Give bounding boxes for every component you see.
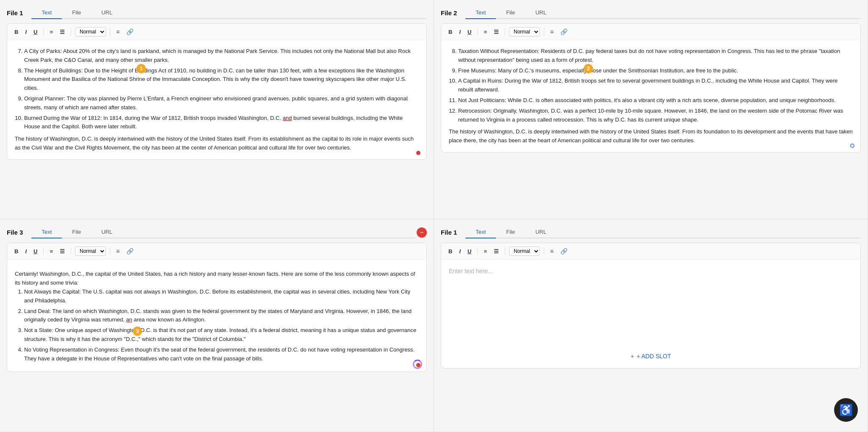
sep1-file2-top	[477, 28, 478, 36]
ol-btn-file1-bottom[interactable]: ≡	[481, 247, 489, 256]
list-item: Not Always the Capital: The U.S. capital…	[24, 288, 419, 305]
tab-bar-file2-top: Text File URL	[465, 7, 861, 19]
placeholder-file1-bottom: Enter text here...	[449, 268, 493, 274]
sep1-file3	[43, 247, 44, 255]
intro-file3: Certainly! Washington, D.C., the capital…	[15, 270, 419, 288]
italic-btn-file1-bottom[interactable]: I	[457, 247, 463, 256]
format-select-file1-bottom[interactable]: Normal	[509, 246, 540, 256]
ol-btn-file2-top[interactable]: ≡	[481, 28, 489, 36]
tab-url-file2-top[interactable]: URL	[525, 7, 556, 19]
accessibility-button[interactable]: ♿	[834, 398, 858, 422]
list-item: Taxation Without Representation: Residen…	[458, 47, 853, 65]
panel-file3-bottom: File 3 Text File URL − B I U ≡ ☰ Normal	[0, 219, 434, 432]
align-icon-file3[interactable]: ≡	[114, 246, 122, 256]
underline-btn-file2-top[interactable]: U	[465, 28, 473, 36]
list-item: Burned During the War of 1812: In 1814, …	[24, 114, 419, 132]
italic-btn-file3[interactable]: I	[23, 247, 29, 256]
underline-btn-file3[interactable]: U	[31, 247, 39, 256]
align-icon-file2-top[interactable]: ≡	[548, 27, 556, 36]
list-file2-top: Taxation Without Representation: Residen…	[449, 47, 853, 124]
main-layout: File 1 Text File URL B I U ≡ ☰ Normal ≡	[0, 0, 868, 432]
underline-btn-file1-top[interactable]: U	[31, 28, 39, 36]
add-slot-button[interactable]: + + ADD SLOT	[441, 344, 860, 368]
ul-btn-file2-top[interactable]: ☰	[492, 28, 501, 36]
list-item: Land Deal: The land on which Washington,…	[24, 307, 419, 325]
editor-file1-bottom: B I U ≡ ☰ Normal ≡ 🔗 Enter text here... …	[441, 243, 861, 368]
badge-1: 1	[136, 64, 146, 73]
format-select-file3[interactable]: Normal	[75, 246, 106, 256]
tab-file-file1-top[interactable]: File	[62, 7, 91, 19]
panel-file2-top: File 2 Text File URL B I U ≡ ☰ Normal ≡	[434, 0, 868, 219]
tab-text-file1-bottom[interactable]: Text	[465, 226, 496, 238]
sep2-file3	[71, 247, 71, 255]
ol-btn-file3[interactable]: ≡	[47, 247, 55, 256]
tab-file-file2-top[interactable]: File	[496, 7, 525, 19]
tab-url-file1-bottom[interactable]: URL	[525, 226, 556, 238]
editor-file1-top: B I U ≡ ☰ Normal ≡ 🔗 1 A City of Parks: …	[7, 23, 427, 160]
sep3-file2-top	[544, 28, 544, 36]
toolbar-file1-top: B I U ≡ ☰ Normal ≡ 🔗	[7, 24, 426, 40]
blue-link-icon-file2	[850, 144, 854, 148]
list-item: The Height of Buildings: Due to the Heig…	[24, 66, 419, 93]
paragraph-file1-top: The history of Washington, D.C. is deepl…	[15, 135, 419, 152]
tab-file-file1-bottom[interactable]: File	[496, 226, 525, 238]
panel-title-file1-top: File 1	[7, 9, 23, 17]
bold-btn-file1-bottom[interactable]: B	[446, 247, 454, 256]
ul-btn-file1-bottom[interactable]: ☰	[492, 247, 501, 256]
panel-header-file1-bottom: File 1 Text File URL	[441, 226, 861, 238]
link-icon-file3[interactable]: 🔗	[124, 246, 136, 256]
list-item: A Capital in Ruins: During the War of 18…	[458, 77, 853, 94]
panel-file1-top: File 1 Text File URL B I U ≡ ☰ Normal ≡	[0, 0, 434, 219]
add-slot-label: + ADD SLOT	[637, 353, 671, 360]
list-item: Retrocession: Originally, Washington, D.…	[458, 107, 853, 125]
tab-bar-file1-bottom: Text File URL	[465, 226, 861, 238]
list-file3-bottom: Not Always the Capital: The U.S. capital…	[15, 288, 419, 363]
tab-text-file2-top[interactable]: Text	[465, 7, 496, 19]
link-icon-file1-bottom[interactable]: 🔗	[558, 246, 570, 256]
italic-btn-file1-top[interactable]: I	[23, 28, 29, 36]
format-select-file2-top[interactable]: Normal	[509, 27, 540, 36]
content-file2-top[interactable]: 2 Taxation Without Representation: Resid…	[441, 40, 860, 152]
tab-url-file3-bottom[interactable]: URL	[91, 226, 122, 238]
sep1-file1-bottom	[477, 247, 478, 255]
link-icon-file1-top[interactable]: 🔗	[124, 27, 136, 36]
sep2-file2-top	[505, 28, 505, 36]
bold-btn-file2-top[interactable]: B	[446, 28, 454, 36]
panel-file1-bottom: File 1 Text File URL B I U ≡ ☰ Normal ≡	[434, 219, 868, 432]
tab-file-file3-bottom[interactable]: File	[62, 226, 91, 238]
list-item: Not Just Politicians: While D.C. is ofte…	[458, 96, 853, 105]
list-item: Free Museums: Many of D.C.'s museums, es…	[458, 66, 853, 75]
format-select-file1-top[interactable]: Normal	[75, 27, 106, 36]
bold-btn-file3[interactable]: B	[12, 247, 20, 256]
ul-btn-file1-top[interactable]: ☰	[58, 28, 67, 36]
tab-bar-file1-top: Text File URL	[31, 7, 427, 19]
ul-btn-file3[interactable]: ☰	[58, 247, 67, 256]
content-file1-bottom[interactable]: Enter text here...	[441, 260, 860, 344]
italic-btn-file2-top[interactable]: I	[457, 28, 463, 36]
tab-bar-file3-bottom: Text File URL	[31, 226, 417, 238]
sep1-file1-top	[43, 28, 44, 36]
toolbar-file2-top: B I U ≡ ☰ Normal ≡ 🔗	[441, 24, 860, 40]
badge-2: 2	[584, 64, 593, 73]
remove-btn-file3[interactable]: −	[417, 227, 427, 238]
sep3-file1-bottom	[544, 247, 544, 255]
align-icon-file1-bottom[interactable]: ≡	[548, 246, 556, 256]
list-file1-top: A City of Parks: About 20% of the city's…	[15, 47, 419, 131]
panel-header-file3-bottom: File 3 Text File URL −	[7, 226, 427, 238]
toolbar-file1-bottom: B I U ≡ ☰ Normal ≡ 🔗	[441, 243, 860, 260]
tab-text-file1-top[interactable]: Text	[31, 7, 62, 19]
spinner-icon-file3	[413, 360, 422, 369]
add-slot-icon: +	[631, 353, 634, 360]
align-icon-file1-top[interactable]: ≡	[114, 27, 122, 36]
panel-header-file2-top: File 2 Text File URL	[441, 7, 861, 19]
link-icon-file2-top[interactable]: 🔗	[558, 27, 570, 36]
content-file3-bottom[interactable]: 3 Certainly! Washington, D.C., the capit…	[7, 260, 426, 371]
tab-text-file3-bottom[interactable]: Text	[31, 226, 62, 238]
content-file1-top[interactable]: 1 A City of Parks: About 20% of the city…	[7, 40, 426, 159]
sep3-file3	[110, 247, 110, 255]
list-item: Original Planner: The city was planned b…	[24, 94, 419, 112]
tab-url-file1-top[interactable]: URL	[91, 7, 122, 19]
ol-btn-file1-top[interactable]: ≡	[47, 28, 55, 36]
underline-btn-file1-bottom[interactable]: U	[465, 247, 473, 256]
bold-btn-file1-top[interactable]: B	[12, 28, 20, 36]
